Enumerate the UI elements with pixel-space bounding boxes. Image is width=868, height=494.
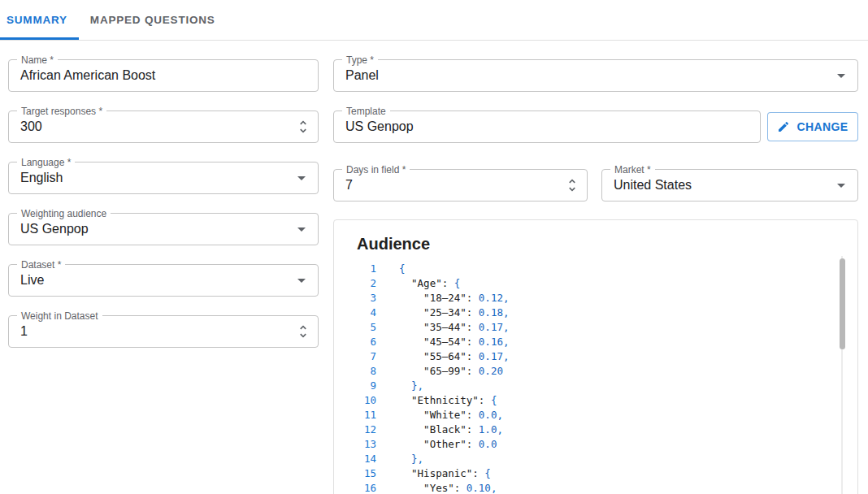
audience-title: Audience (357, 235, 857, 254)
language-select-label: Language * (17, 157, 75, 168)
market-select-value: United States (614, 178, 692, 193)
stepper-icon[interactable] (295, 323, 311, 340)
template-row: Template US Genpop CHANGE (333, 110, 858, 143)
scrollbar-thumb[interactable] (840, 258, 845, 349)
name-field-label: Name * (17, 54, 58, 66)
code-line: 2 "Age": { (357, 276, 857, 291)
chevron-down-icon[interactable] (292, 168, 311, 188)
left-form-column: Name * African American Boost Target res… (8, 59, 319, 348)
chevron-down-icon[interactable] (292, 271, 311, 290)
days-market-row: Days in field * 7 Market * United States (333, 169, 858, 202)
line-number: 14 (357, 452, 376, 466)
code-line: 10 "Ethnicity": { (357, 393, 857, 408)
dataset-select[interactable]: Dataset * Live (8, 264, 319, 297)
type-select-value: Panel (345, 68, 379, 83)
stepper-icon[interactable] (564, 177, 580, 193)
code-line: 16 "Yes": 0.10, (357, 481, 857, 494)
line-number: 8 (357, 364, 376, 379)
type-select[interactable]: Type * Panel (333, 59, 858, 92)
line-number: 16 (357, 481, 376, 494)
line-number: 10 (357, 393, 376, 408)
template-field-label: Template (342, 106, 390, 117)
change-template-button[interactable]: CHANGE (767, 112, 858, 141)
target-responses-field[interactable]: Target responses * 300 (8, 110, 319, 143)
weight-in-dataset-field-value: 1 (20, 324, 28, 339)
right-form-column: Type * Panel Template US Genpop CHANGE D… (333, 59, 858, 494)
tab-summary[interactable]: SUMMARY (0, 0, 79, 40)
code-line: 13 "Other": 0.0 (357, 437, 857, 452)
code-line: 4 "25–34": 0.18, (357, 306, 857, 320)
line-number: 5 (357, 320, 376, 335)
pencil-icon (777, 120, 790, 133)
line-number: 15 (357, 466, 376, 481)
line-number: 11 (357, 408, 376, 422)
market-select[interactable]: Market * United States (601, 169, 858, 202)
line-number: 2 (357, 276, 376, 291)
stepper-icon[interactable] (295, 119, 311, 135)
line-number: 9 (357, 379, 376, 393)
code-line: 12 "Black": 1.0, (357, 422, 857, 437)
line-number: 12 (357, 422, 376, 437)
line-number: 7 (357, 349, 376, 364)
audience-panel: Audience 1{2 "Age": {3 "18–24": 0.12,4 "… (333, 219, 858, 494)
template-field[interactable]: Template US Genpop (333, 110, 761, 143)
weighting-audience-select[interactable]: Weighting audience US Genpop (8, 213, 319, 245)
weight-in-dataset-field[interactable]: Weight in Dataset 1 (8, 315, 319, 348)
template-field-value: US Genpop (345, 119, 414, 134)
code-line: 6 "45–54": 0.16, (357, 335, 857, 349)
market-select-label: Market * (610, 164, 655, 176)
line-number: 6 (357, 335, 376, 349)
change-button-label: CHANGE (796, 120, 848, 133)
target-responses-field-label: Target responses * (17, 106, 106, 117)
code-line: 5 "35–44": 0.17, (357, 320, 857, 335)
line-number: 3 (357, 291, 376, 306)
code-line: 14 }, (357, 452, 857, 466)
line-number: 1 (357, 262, 376, 276)
language-select[interactable]: Language * English (8, 162, 319, 194)
name-field-value: African American Boost (20, 68, 155, 83)
code-line: 15 "Hispanic": { (357, 466, 857, 481)
weight-in-dataset-field-label: Weight in Dataset (17, 310, 102, 322)
code-line: 1{ (357, 262, 857, 276)
tab-bar: SUMMARY MAPPED QUESTIONS (0, 0, 868, 41)
code-line: 3 "18–24": 0.12, (357, 291, 857, 306)
code-editor[interactable]: 1{2 "Age": {3 "18–24": 0.12,4 "25–34": 0… (357, 262, 857, 494)
chevron-down-icon[interactable] (831, 176, 851, 195)
line-number: 4 (357, 306, 376, 320)
weighting-audience-select-label: Weighting audience (17, 208, 111, 219)
tab-mapped-questions[interactable]: MAPPED QUESTIONS (79, 0, 227, 40)
target-responses-field-value: 300 (20, 119, 42, 134)
language-select-value: English (20, 171, 63, 185)
days-in-field-value: 7 (345, 178, 353, 193)
code-line: 7 "55–64": 0.17, (357, 349, 857, 364)
weighting-audience-select-value: US Genpop (20, 222, 89, 236)
chevron-down-icon[interactable] (831, 66, 851, 85)
days-in-field-label: Days in field * (342, 164, 410, 176)
dataset-select-label: Dataset * (17, 259, 65, 271)
code-line: 11 "White": 0.0, (357, 408, 857, 422)
line-number: 13 (357, 437, 376, 452)
name-field[interactable]: Name * African American Boost (8, 59, 319, 92)
code-line: 9 }, (357, 379, 857, 393)
dataset-select-value: Live (20, 273, 44, 288)
days-in-field-field[interactable]: Days in field * 7 (333, 169, 588, 202)
chevron-down-icon[interactable] (292, 219, 311, 239)
type-select-label: Type * (342, 54, 378, 66)
code-line: 8 "65–99": 0.20 (357, 364, 857, 379)
